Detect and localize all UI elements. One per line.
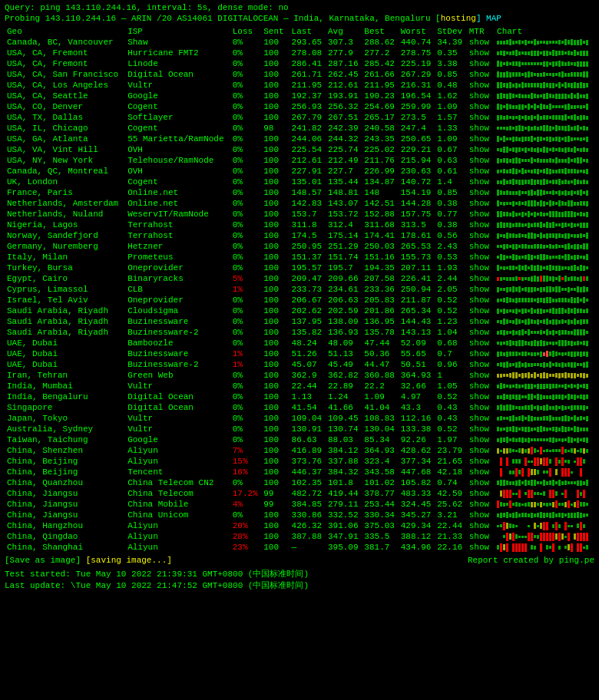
cell-mtr[interactable]: show: [467, 80, 495, 91]
cell-mtr[interactable]: show: [467, 456, 495, 467]
cell-mtr[interactable]: show: [467, 230, 495, 241]
cell-worst: 429.34: [399, 520, 435, 531]
cell-sent: 100: [261, 155, 289, 166]
cell-sent: 100: [261, 101, 289, 112]
cell-chart: [495, 69, 594, 80]
cell-mtr[interactable]: show: [467, 359, 495, 370]
cell-mtr[interactable]: show: [467, 284, 495, 295]
cell-mtr[interactable]: show: [467, 48, 495, 58]
cell-mtr[interactable]: show: [467, 177, 495, 187]
cell-mtr[interactable]: show: [467, 488, 495, 499]
cell-mtr[interactable]: show: [467, 58, 495, 69]
cell-mtr[interactable]: show: [467, 220, 495, 230]
cell-mtr[interactable]: show: [467, 381, 495, 391]
cell-mtr[interactable]: show: [467, 166, 495, 177]
cell-loss: 0%: [230, 252, 262, 262]
cell-mtr[interactable]: show: [467, 198, 495, 209]
cell-best: 22.2: [362, 381, 398, 391]
cell-sent: 100: [261, 198, 289, 209]
cell-last: 109.04: [290, 413, 326, 424]
header-avg: Avg: [326, 26, 362, 37]
cell-sent: 100: [261, 445, 289, 456]
cell-stdev: 1.93: [435, 262, 467, 273]
table-row: USA, CA, Los Angeles Vultr 0% 100 211.95…: [5, 80, 594, 91]
cell-mtr[interactable]: show: [467, 531, 495, 542]
cell-sent: 100: [261, 177, 289, 187]
cell-best: 108.83: [362, 413, 398, 424]
cell-chart: [495, 166, 594, 177]
cell-chart: [495, 241, 594, 252]
cell-mtr[interactable]: show: [467, 155, 495, 166]
table-row: Canada, BC, Vancouver Shaw 0% 100 293.65…: [5, 37, 594, 48]
cell-mtr[interactable]: show: [467, 101, 495, 112]
table-row: China, Beijing Aliyun 15% 100 373.76 337…: [5, 456, 594, 467]
cell-worst: 434.96: [399, 542, 435, 553]
cell-mtr[interactable]: show: [467, 295, 495, 305]
cell-mtr[interactable]: show: [467, 542, 495, 553]
cell-chart: [495, 155, 594, 166]
cell-mtr[interactable]: show: [467, 424, 495, 434]
cell-best: 174.41: [362, 230, 398, 241]
cell-mtr[interactable]: show: [467, 327, 495, 338]
cell-stdev: 1.05: [435, 381, 467, 391]
cell-mtr[interactable]: show: [467, 241, 495, 252]
cell-mtr[interactable]: show: [467, 338, 495, 348]
cell-mtr[interactable]: show: [467, 252, 495, 262]
cell-mtr[interactable]: show: [467, 123, 495, 134]
query-line: Query: ping 143.110.244.16, interval: 5s…: [5, 3, 594, 12]
cell-mtr[interactable]: show: [467, 305, 495, 316]
cell-mtr[interactable]: show: [467, 316, 495, 327]
cell-mtr[interactable]: show: [467, 37, 495, 48]
cell-mtr[interactable]: show: [467, 69, 495, 80]
cell-mtr[interactable]: show: [467, 520, 495, 531]
cell-geo: China, Qingdao: [5, 531, 125, 542]
cell-mtr[interactable]: show: [467, 112, 495, 123]
cell-mtr[interactable]: show: [467, 445, 495, 456]
cell-mtr[interactable]: show: [467, 209, 495, 220]
cell-mtr[interactable]: show: [467, 262, 495, 273]
header-loss: Loss: [230, 26, 262, 37]
cell-mtr[interactable]: show: [467, 348, 495, 359]
cell-mtr[interactable]: show: [467, 370, 495, 381]
save-image-link[interactable]: [Save as image]: [5, 556, 81, 565]
cell-last: 192.37: [290, 91, 326, 101]
cell-geo: USA, TX, Dallas: [5, 112, 125, 123]
time-started-value: Tue May 10 2022 21:39:31 GMT+0800 (中国标准时…: [75, 570, 309, 579]
cell-mtr[interactable]: show: [467, 413, 495, 424]
cell-mtr[interactable]: show: [467, 134, 495, 144]
cell-best: 211.95: [362, 80, 398, 91]
cell-isp: Google: [125, 434, 230, 445]
cell-mtr[interactable]: show: [467, 499, 495, 510]
cell-mtr[interactable]: show: [467, 402, 495, 413]
cell-mtr[interactable]: show: [467, 510, 495, 520]
cell-stdev: 34.39: [435, 37, 467, 48]
cell-worst: 377.34: [399, 456, 435, 467]
cell-avg: 209.66: [326, 273, 362, 284]
cell-stdev: 0.53: [435, 252, 467, 262]
cell-mtr[interactable]: show: [467, 391, 495, 402]
cell-loss: 0%: [230, 220, 262, 230]
cell-mtr[interactable]: show: [467, 187, 495, 198]
probe-map[interactable]: ] MAP: [476, 14, 501, 23]
cell-isp: Buzinessware-2: [125, 327, 230, 338]
cell-geo: Norway, Sandefjord: [5, 230, 125, 241]
cell-mtr[interactable]: show: [467, 467, 495, 477]
cell-mtr[interactable]: show: [467, 434, 495, 445]
cell-mtr[interactable]: show: [467, 91, 495, 101]
cell-avg: 130.74: [326, 424, 362, 434]
cell-isp: China Telecom: [125, 488, 230, 499]
cell-mtr[interactable]: show: [467, 144, 495, 155]
cell-stdev: 0.35: [435, 48, 467, 58]
cell-avg: 143.07: [326, 198, 362, 209]
probe-hosting[interactable]: hosting: [441, 14, 476, 23]
cell-isp: Vultr: [125, 424, 230, 434]
cell-best: 265.17: [362, 112, 398, 123]
cell-chart: [495, 327, 594, 338]
cell-mtr[interactable]: show: [467, 477, 495, 488]
cell-worst: 225.19: [399, 58, 435, 69]
cell-mtr[interactable]: show: [467, 273, 495, 284]
cell-geo: USA, CA, San Francisco: [5, 69, 125, 80]
cell-last: 102.35: [290, 477, 326, 488]
cell-stdev: 1.97: [435, 434, 467, 445]
cell-isp: Cogent: [125, 101, 230, 112]
